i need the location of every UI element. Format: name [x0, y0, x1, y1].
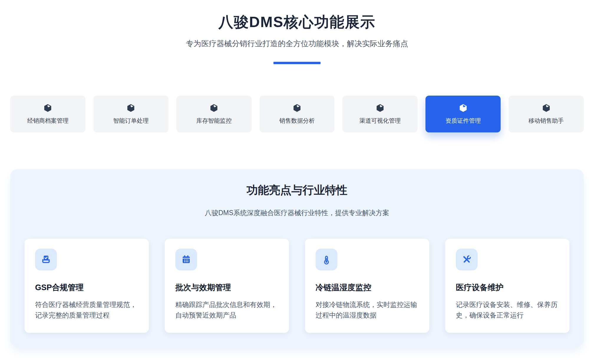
- feature-tabs: 经销商档案管理 智能订单处理 库存智能监控 销售数据分析: [10, 96, 584, 132]
- tab-mobile-sales[interactable]: 移动销售助手: [509, 96, 584, 132]
- tab-label: 移动销售助手: [529, 117, 564, 125]
- card-description: 对接冷链物流系统，实时监控运输过程中的温湿度数据: [316, 299, 419, 320]
- highlight-cards: GSP合规管理 符合医疗器械经营质量管理规范，记录完整的质量管理过程: [24, 239, 570, 333]
- cube-icon: [376, 104, 385, 112]
- card-title: GSP合规管理: [35, 282, 138, 293]
- thermometer-icon: [321, 254, 332, 265]
- tab-label: 销售数据分析: [279, 117, 315, 125]
- card-icon-box: [175, 249, 197, 270]
- cube-icon: [209, 104, 218, 112]
- cube-icon: [43, 104, 52, 112]
- tab-certificates-active[interactable]: 资质证件管理: [425, 96, 501, 132]
- tab-label: 智能订单处理: [113, 117, 148, 125]
- page-title: 八骏DMS核心功能展示: [10, 12, 584, 32]
- card-icon-box: [456, 249, 478, 270]
- tab-sales-analytics[interactable]: 销售数据分析: [260, 96, 335, 132]
- check-to-slot-icon: [41, 254, 51, 265]
- title-underline: [273, 62, 321, 64]
- card-gsp-compliance: GSP合规管理 符合医疗器械经营质量管理规范，记录完整的质量管理过程: [24, 239, 149, 333]
- cube-icon: [459, 104, 468, 112]
- tab-channel-visibility[interactable]: 渠道可视化管理: [342, 96, 418, 132]
- tab-label: 库存智能监控: [196, 117, 232, 125]
- cube-icon: [126, 104, 135, 112]
- tab-smart-orders[interactable]: 智能订单处理: [93, 96, 169, 132]
- tab-label: 渠道可视化管理: [359, 117, 401, 125]
- card-device-maintenance: 医疗设备维护 记录医疗设备安装、维修、保养历史，确保设备正常运行: [445, 239, 570, 333]
- tab-inventory-monitor[interactable]: 库存智能监控: [176, 96, 252, 132]
- card-batch-expiry: 批次与效期管理 精确跟踪产品批次信息和有效期，自动预警近效期产品: [165, 239, 289, 333]
- card-cold-chain: 冷链温湿度监控 对接冷链物流系统，实时监控运输过程中的温湿度数据: [305, 239, 429, 333]
- screwdriver-wrench-icon: [461, 254, 472, 265]
- card-title: 冷链温湿度监控: [316, 282, 419, 293]
- tab-label: 资质证件管理: [446, 117, 481, 125]
- card-icon-box: [316, 249, 337, 270]
- highlights-panel: 功能亮点与行业特性 八骏DMS系统深度融合医疗器械行业特性，提供专业解决方案 G…: [10, 169, 584, 347]
- card-description: 记录医疗设备安装、维修、保养历史，确保设备正常运行: [456, 299, 559, 320]
- card-icon-box: [35, 249, 57, 270]
- cube-icon: [293, 104, 301, 112]
- card-title: 批次与效期管理: [175, 282, 278, 293]
- panel-title: 功能亮点与行业特性: [24, 183, 570, 198]
- page-subtitle: 专为医疗器械分销行业打造的全方位功能模块，解决实际业务痛点: [10, 39, 584, 49]
- panel-subtitle: 八骏DMS系统深度融合医疗器械行业特性，提供专业解决方案: [24, 208, 570, 217]
- cube-icon: [542, 104, 551, 112]
- card-description: 精确跟踪产品批次信息和有效期，自动预警近效期产品: [175, 299, 278, 320]
- calendar-icon: [181, 254, 192, 265]
- card-description: 符合医疗器械经营质量管理规范，记录完整的质量管理过程: [35, 299, 138, 320]
- tab-dealer-profile[interactable]: 经销商档案管理: [10, 96, 85, 132]
- card-title: 医疗设备维护: [456, 282, 559, 293]
- tab-label: 经销商档案管理: [27, 117, 68, 125]
- features-section: 八骏DMS核心功能展示 专为医疗器械分销行业打造的全方位功能模块，解决实际业务痛…: [10, 12, 584, 347]
